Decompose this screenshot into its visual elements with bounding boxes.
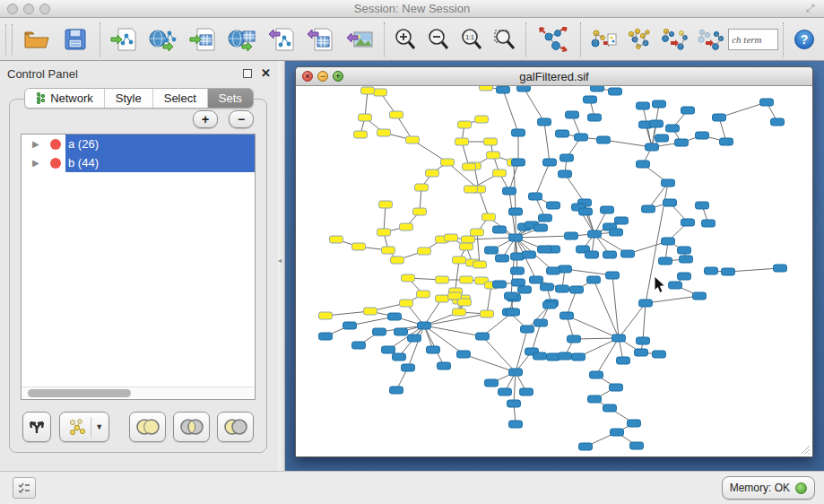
graph-node-blue[interactable] [395,328,408,335]
graph-node-blue[interactable] [352,342,366,349]
graph-node-yellow[interactable] [377,129,391,136]
graph-node-blue[interactable] [499,388,512,395]
graph-node-yellow[interactable] [374,89,387,96]
graph-node-blue[interactable] [702,220,716,227]
graph-node-blue[interactable] [541,283,554,291]
apply-layout-button[interactable] [531,21,576,58]
graph-node-blue[interactable] [612,335,626,342]
graph-node-blue[interactable] [521,326,534,333]
graph-node-blue[interactable] [543,159,557,166]
graph-node-yellow[interactable] [377,229,391,236]
graph-node-blue[interactable] [509,234,523,241]
graph-node-yellow[interactable] [473,261,487,268]
graph-node-blue[interactable] [547,267,560,274]
graph-node-yellow[interactable] [471,229,484,236]
graph-node-blue[interactable] [520,388,533,395]
graph-node-blue[interactable] [650,120,664,127]
graph-node-blue[interactable] [570,286,584,293]
zoom-out-button[interactable] [422,21,455,58]
graph-node-yellow[interactable] [487,152,500,159]
graph-node-blue[interactable] [438,362,451,369]
graph-node-blue[interactable] [693,292,707,300]
resize-grip[interactable] [798,442,811,455]
graph-node-blue[interactable] [393,353,406,361]
remove-set-button[interactable]: − [229,110,254,128]
graph-node-yellow[interactable] [436,295,449,302]
graph-node-blue[interactable] [588,230,602,238]
save-session-button[interactable] [56,21,95,58]
graph-node-blue[interactable] [457,351,471,358]
graph-node-blue[interactable] [538,246,551,253]
graph-node-blue[interactable] [418,322,431,329]
graph-node-blue[interactable] [319,333,333,340]
graph-node-blue[interactable] [560,154,574,161]
search-input[interactable] [728,29,778,50]
graph-node-blue[interactable] [566,111,579,118]
graph-node-blue[interactable] [556,130,569,137]
graph-node-blue[interactable] [696,132,709,139]
graph-node-blue[interactable] [705,267,718,274]
graph-node-blue[interactable] [390,387,403,394]
graph-node-yellow[interactable] [458,121,472,128]
network-canvas[interactable] [296,86,812,456]
network-tool-2-button[interactable] [621,21,657,58]
network-window-titlebar[interactable]: × − + galFiltered.sif [296,67,812,86]
graph-node-yellow[interactable] [458,299,472,306]
graph-node-blue[interactable] [507,308,520,316]
graph-node-yellow[interactable] [418,248,431,255]
graph-node-yellow[interactable] [482,213,496,221]
graph-node-blue[interactable] [637,102,650,109]
window-titlebar[interactable]: Session: New Session ⤢ [0,0,824,18]
graph-node-yellow[interactable] [319,312,333,319]
network-tool-1-button[interactable] [585,21,621,58]
graph-node-yellow[interactable] [463,163,476,170]
graph-node-yellow[interactable] [453,308,466,316]
expand-arrow-icon[interactable]: ▶ [32,158,43,168]
graph-node-yellow[interactable] [359,114,372,121]
graph-node-blue[interactable] [590,371,603,378]
union-sets-button[interactable] [129,412,166,442]
zoom-selected-button[interactable] [488,21,521,58]
graph-node-blue[interactable] [575,134,588,141]
zoom-actual-size-button[interactable]: 1:1 [455,21,489,58]
difference-sets-button[interactable] [217,412,254,442]
graph-node-blue[interactable] [511,267,525,274]
zoom-in-button[interactable] [389,21,422,58]
graph-node-blue[interactable] [603,251,617,258]
graph-node-blue[interactable] [713,114,726,121]
graph-node-blue[interactable] [722,268,735,275]
graph-node-yellow[interactable] [480,86,493,91]
graph-node-yellow[interactable] [481,310,494,317]
graph-node-blue[interactable] [659,257,672,265]
tab-style[interactable]: Style [105,89,153,108]
fullscreen-icon[interactable]: ⤢ [806,2,819,14]
graph-node-yellow[interactable] [441,159,455,166]
graph-node-blue[interactable] [621,250,635,257]
graph-node-blue[interactable] [597,136,611,143]
graph-node-blue[interactable] [771,118,785,126]
export-image-button[interactable] [340,21,379,58]
graph-node-blue[interactable] [675,139,689,146]
import-network-web-button[interactable] [143,21,183,58]
graph-node-blue[interactable] [678,273,691,280]
graph-node-blue[interactable] [496,255,509,262]
graph-node-yellow[interactable] [436,276,449,283]
graph-node-blue[interactable] [587,276,601,283]
graph-node-blue[interactable] [662,179,675,187]
panel-divider[interactable]: ◂ [278,61,285,471]
graph-node-blue[interactable] [664,199,677,206]
graph-node-blue[interactable] [547,202,560,209]
open-session-button[interactable] [16,21,56,58]
graph-node-blue[interactable] [606,272,620,279]
graph-node-blue[interactable] [678,247,691,254]
graph-node-blue[interactable] [610,384,623,391]
split-set-button[interactable] [22,412,51,442]
graph-node-yellow[interactable] [330,236,343,243]
graph-node-blue[interactable] [591,86,604,91]
set-label[interactable]: b (44) [65,153,255,172]
graph-node-blue[interactable] [639,300,653,307]
graph-node-blue[interactable] [681,107,695,114]
tab-network[interactable]: Network [25,89,105,108]
graph-node-blue[interactable] [556,285,569,292]
export-table-button[interactable] [300,21,340,58]
